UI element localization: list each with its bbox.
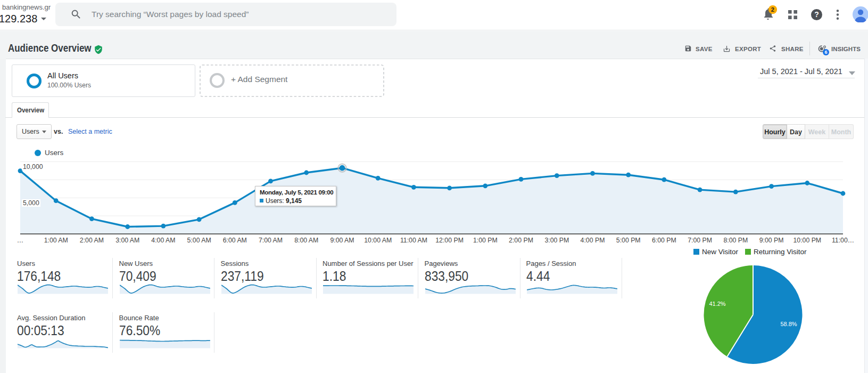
svg-text:8:00 AM: 8:00 AM bbox=[294, 237, 318, 244]
svg-text:1:00 AM: 1:00 AM bbox=[44, 237, 68, 244]
svg-text:41.2%: 41.2% bbox=[709, 301, 725, 307]
svg-text:8:00 PM: 8:00 PM bbox=[723, 237, 748, 244]
svg-text:6:00 PM: 6:00 PM bbox=[652, 237, 676, 244]
svg-text:12:00 PM: 12:00 PM bbox=[435, 237, 464, 244]
svg-text:2:00 PM: 2:00 PM bbox=[509, 237, 533, 244]
svg-text:10:00 AM: 10:00 AM bbox=[364, 237, 392, 244]
svg-text:3:00 PM: 3:00 PM bbox=[544, 237, 569, 244]
svg-text:3:00 AM: 3:00 AM bbox=[115, 237, 139, 244]
svg-text:…: … bbox=[17, 237, 23, 244]
svg-text:11:00 AM: 11:00 AM bbox=[400, 237, 427, 244]
svg-text:7:00 AM: 7:00 AM bbox=[259, 237, 283, 244]
svg-text:4:00 AM: 4:00 AM bbox=[151, 237, 175, 244]
svg-text:5:00 PM: 5:00 PM bbox=[616, 237, 641, 244]
svg-text:6:00 AM: 6:00 AM bbox=[223, 237, 247, 244]
svg-text:4:00 PM: 4:00 PM bbox=[581, 237, 605, 244]
svg-text:1:00 PM: 1:00 PM bbox=[473, 237, 498, 244]
svg-text:10:00 PM: 10:00 PM bbox=[793, 237, 821, 244]
svg-text:11:00…: 11:00… bbox=[832, 237, 854, 244]
svg-text:9:00 PM: 9:00 PM bbox=[759, 237, 784, 244]
svg-text:7:00 PM: 7:00 PM bbox=[688, 237, 712, 244]
svg-text:9:00 AM: 9:00 AM bbox=[330, 237, 354, 244]
svg-text:58.8%: 58.8% bbox=[780, 321, 797, 327]
svg-text:2:00 AM: 2:00 AM bbox=[80, 237, 104, 244]
svg-text:5:00 AM: 5:00 AM bbox=[187, 237, 211, 244]
